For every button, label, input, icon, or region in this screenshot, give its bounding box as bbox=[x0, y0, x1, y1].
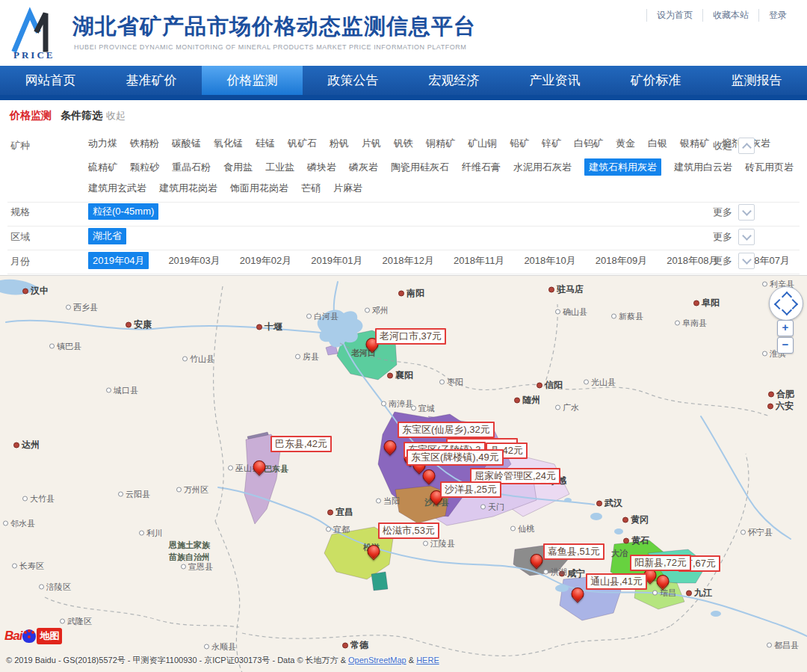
month-option[interactable]: 2019年02月 bbox=[240, 253, 291, 268]
mineral-option[interactable]: 白钨矿 bbox=[574, 136, 603, 150]
chevron-down-icon[interactable] bbox=[738, 229, 755, 245]
price-map[interactable]: 汉中 西乡县 镇巴县 安康 城口 bbox=[0, 275, 807, 672]
mineral-option[interactable]: 颗粒砂 bbox=[130, 160, 159, 174]
price-label[interactable]: 松滋市,53元 bbox=[378, 523, 439, 539]
top-link[interactable]: 设为首页 bbox=[646, 9, 702, 22]
mineral-option[interactable]: 硫精矿 bbox=[88, 160, 117, 174]
top-link[interactable]: 登录 bbox=[758, 9, 797, 22]
mineral-option[interactable]: 钒铁 bbox=[394, 136, 413, 150]
month-option[interactable]: 2019年04月 bbox=[88, 252, 149, 269]
price-label[interactable]: 阳新县,72元 bbox=[630, 555, 691, 571]
mineral-option[interactable]: 动力煤 bbox=[88, 136, 117, 150]
openstreetmap-link[interactable]: OpenStreetMap bbox=[348, 656, 406, 665]
month-option[interactable]: 2019年01月 bbox=[311, 253, 362, 268]
price-label[interactable]: 通山县,41元 bbox=[586, 573, 647, 590]
price-label[interactable]: 嘉鱼县,51元 bbox=[543, 543, 605, 560]
place-dot-icon bbox=[387, 372, 393, 378]
mineral-option[interactable]: 工业盐 bbox=[265, 160, 294, 174]
mineral-option[interactable]: 重晶石粉 bbox=[172, 160, 211, 174]
nav-item[interactable]: 价格监测 bbox=[202, 66, 303, 95]
mineral-option[interactable]: 钒矿石 bbox=[288, 136, 317, 150]
mineral-option[interactable]: 砖瓦用页岩 bbox=[745, 160, 794, 174]
map-pan-control[interactable] bbox=[769, 286, 803, 321]
mineral-option[interactable]: 磷块岩 bbox=[307, 160, 336, 174]
mineral-option[interactable]: 粉钒 bbox=[330, 136, 349, 150]
mineral-option[interactable]: 矿山铜 bbox=[468, 136, 497, 150]
spec-selected-chip[interactable]: 粒径(0-45mm) bbox=[88, 203, 158, 220]
place-dot-icon bbox=[376, 499, 381, 504]
chevron-down-icon[interactable] bbox=[738, 253, 755, 269]
mineral-option[interactable]: 建筑石料用灰岩 bbox=[584, 158, 661, 176]
map-place-label: 随州 bbox=[514, 394, 540, 407]
month-option[interactable]: 2018年10月 bbox=[524, 253, 575, 268]
mineral-option[interactable]: 陶瓷用硅灰石 bbox=[391, 160, 449, 174]
mineral-option[interactable]: 芒硝 bbox=[301, 181, 321, 195]
mineral-option[interactable]: 食用盐 bbox=[223, 160, 253, 174]
zoom-in-button[interactable]: + bbox=[777, 320, 794, 336]
map-pin-icon[interactable] bbox=[423, 469, 436, 482]
chevron-up-icon[interactable] bbox=[738, 138, 755, 154]
price-label[interactable]: 沙洋县,25元 bbox=[440, 481, 501, 498]
mineral-option[interactable]: 建筑用花岗岩 bbox=[159, 181, 217, 195]
map-pin-icon[interactable] bbox=[657, 575, 670, 588]
mineral-option[interactable]: 饰面用花岗岩 bbox=[230, 181, 288, 195]
mineral-option[interactable]: 氧化锰 bbox=[214, 136, 243, 150]
month-option[interactable]: 2018年08月 bbox=[667, 253, 718, 268]
nav-item[interactable]: 产业资讯 bbox=[504, 66, 605, 95]
mineral-option[interactable]: 建筑用白云岩 bbox=[674, 160, 732, 174]
map-pin-icon[interactable] bbox=[531, 554, 543, 567]
place-dot-icon bbox=[306, 314, 312, 319]
map-pin-icon[interactable] bbox=[368, 545, 380, 558]
month-option[interactable]: 2018年09月 bbox=[596, 253, 647, 268]
nav-item[interactable]: 政策公告 bbox=[303, 66, 404, 95]
mineral-option[interactable]: 铜精矿 bbox=[426, 136, 455, 150]
mineral-option[interactable]: 建筑用玄武岩 bbox=[88, 181, 146, 195]
place-name: 六安 bbox=[776, 400, 794, 413]
mineral-collapse-button[interactable]: 收起 bbox=[713, 138, 755, 154]
map-pin-icon[interactable] bbox=[572, 588, 584, 600]
price-label[interactable]: 东宝区(牌楼镇),49元 bbox=[406, 449, 504, 466]
top-link[interactable]: 收藏本站 bbox=[702, 9, 758, 22]
price-label[interactable]: 巴东县,42元 bbox=[270, 436, 332, 452]
month-option[interactable]: 2019年03月 bbox=[168, 253, 220, 268]
nav-item[interactable]: 矿价标准 bbox=[605, 66, 706, 95]
nav-item[interactable]: 监测报告 bbox=[706, 66, 807, 95]
place-dot-icon bbox=[411, 406, 416, 411]
region-selected-chip[interactable]: 湖北省 bbox=[88, 228, 126, 244]
mineral-option[interactable]: 磷灰岩 bbox=[349, 160, 378, 174]
mineral-option[interactable]: 银精矿 bbox=[680, 136, 709, 150]
nav-item[interactable]: 网站首页 bbox=[0, 66, 101, 95]
mineral-option[interactable]: 白银 bbox=[648, 136, 667, 150]
month-more-button[interactable]: 更多 bbox=[713, 253, 755, 269]
nav-item[interactable]: 宏观经济 bbox=[404, 66, 504, 95]
region-more-button[interactable]: 更多 bbox=[713, 229, 755, 245]
zoom-out-button[interactable]: − bbox=[777, 337, 794, 354]
mineral-option[interactable]: 硅锰 bbox=[256, 136, 275, 150]
mineral-option[interactable]: 锌矿 bbox=[542, 136, 561, 150]
map-place-label: 枣阳 bbox=[439, 377, 463, 388]
mineral-option[interactable]: 片钒 bbox=[362, 136, 381, 150]
price-label[interactable]: 东宝区(仙居乡),32元 bbox=[398, 422, 495, 438]
mineral-option[interactable]: 黄金 bbox=[616, 136, 635, 150]
map-pin-icon[interactable] bbox=[384, 440, 397, 453]
mineral-option[interactable]: 片麻岩 bbox=[333, 181, 362, 195]
month-option[interactable]: 2018年12月 bbox=[383, 253, 434, 268]
mineral-option[interactable]: 铁精粉 bbox=[130, 136, 159, 150]
here-link[interactable]: HERE bbox=[416, 656, 439, 665]
chevron-down-icon[interactable] bbox=[738, 204, 755, 221]
place-dot-icon bbox=[584, 380, 589, 385]
month-option[interactable]: 2018年11月 bbox=[454, 253, 504, 268]
map-pin-icon[interactable] bbox=[253, 460, 266, 473]
map-place-label: 云阳县 bbox=[118, 489, 150, 500]
mineral-option[interactable]: 纤维石膏 bbox=[462, 160, 501, 174]
map-place-label: 大竹县 bbox=[22, 493, 55, 505]
nav-item[interactable]: 基准矿价 bbox=[101, 66, 202, 95]
mineral-option[interactable]: 铅矿 bbox=[510, 136, 529, 150]
place-name: 汉中 bbox=[31, 285, 49, 298]
mineral-option[interactable]: 碳酸锰 bbox=[172, 136, 201, 150]
panel-collapse-link[interactable]: 收起 bbox=[106, 110, 126, 121]
mineral-option[interactable]: 水泥用石灰岩 bbox=[513, 160, 572, 174]
spec-more-button[interactable]: 更多 bbox=[713, 204, 755, 221]
place-name: 新蔡县 bbox=[619, 311, 643, 322]
price-label[interactable]: 老河口市,37元 bbox=[375, 328, 446, 345]
